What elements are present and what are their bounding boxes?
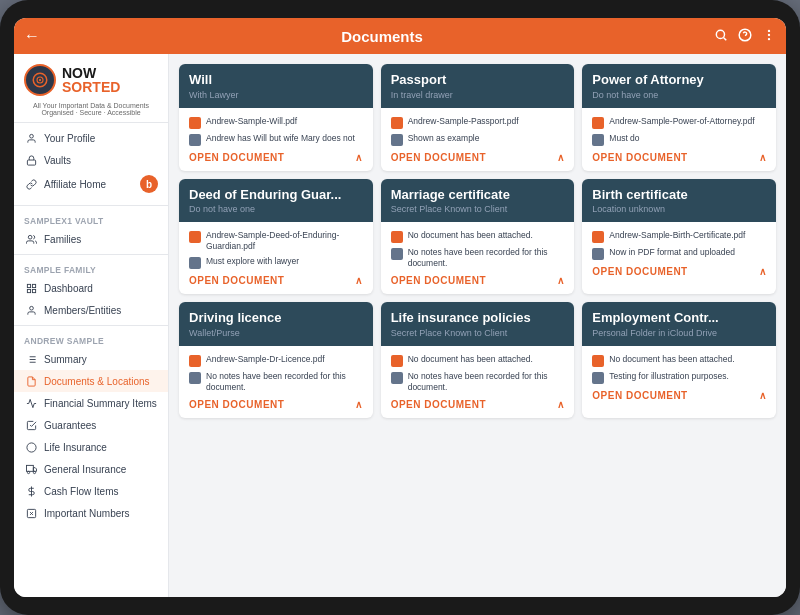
sidebar-item-guarantees[interactable]: Guarantees <box>14 414 168 436</box>
open-document-link-driving[interactable]: OPEN DOCUMENT∧ <box>189 399 363 410</box>
doc-card-subtitle-poa: Do not have one <box>592 90 766 100</box>
open-document-link-employment[interactable]: OPEN DOCUMENT∧ <box>592 390 766 401</box>
sidebar-item-label: Vaults <box>44 155 71 166</box>
sidebar-item-label: General Insurance <box>44 464 126 475</box>
svg-marker-26 <box>33 467 36 471</box>
file-name: Andrew-Sample-Birth-Certificate.pdf <box>609 230 745 241</box>
file-name: Now in PDF format and uploaded <box>609 247 735 258</box>
sidebar-item-members[interactable]: Members/Entities <box>14 299 168 321</box>
members-icon <box>24 303 38 317</box>
doc-card-header-driving: Driving licenceWallet/Purse <box>179 302 373 346</box>
logo-icon <box>24 64 56 96</box>
doc-card-subtitle-deed: Do not have one <box>189 204 363 214</box>
chevron-up-icon: ∧ <box>355 399 363 410</box>
note-icon <box>592 372 604 384</box>
sidebar-item-affiliate[interactable]: Affiliate Home b <box>14 171 168 197</box>
affiliate-icon <box>24 177 38 191</box>
sidebar-item-summary[interactable]: Summary <box>14 348 168 370</box>
open-document-label: OPEN DOCUMENT <box>189 152 284 163</box>
doc-file-row: Now in PDF format and uploaded <box>592 247 766 260</box>
open-document-label: OPEN DOCUMENT <box>391 152 486 163</box>
doc-card-title-birth: Birth certificate <box>592 187 766 203</box>
open-document-link-passport[interactable]: OPEN DOCUMENT∧ <box>391 152 565 163</box>
sidebar-item-important[interactable]: Important Numbers <box>14 502 168 524</box>
doc-card-header-passport: PassportIn travel drawer <box>381 64 575 108</box>
doc-card-subtitle-passport: In travel drawer <box>391 90 565 100</box>
doc-card-title-deed: Deed of Enduring Guar... <box>189 187 363 203</box>
help-icon[interactable] <box>738 28 752 45</box>
svg-point-12 <box>28 235 32 239</box>
doc-card-header-deed: Deed of Enduring Guar...Do not have one <box>179 179 373 223</box>
open-document-link-will[interactable]: OPEN DOCUMENT∧ <box>189 152 363 163</box>
pdf-icon <box>189 231 201 243</box>
doc-card-subtitle-will: With Lawyer <box>189 90 363 100</box>
menu-icon[interactable] <box>762 28 776 45</box>
note-icon <box>391 134 403 146</box>
open-document-link-marriage[interactable]: OPEN DOCUMENT∧ <box>391 275 565 286</box>
doc-card-subtitle-employment: Personal Folder in iCloud Drive <box>592 328 766 338</box>
svg-point-5 <box>768 33 770 35</box>
note-icon <box>391 372 403 384</box>
file-name: No document has been attached. <box>408 230 533 241</box>
doc-file-row: No document has been attached. <box>391 354 565 367</box>
doc-card-header-birth: Birth certificateLocation unknown <box>582 179 776 223</box>
svg-point-24 <box>26 442 35 451</box>
sidebar-item-families[interactable]: Families <box>14 228 168 250</box>
sidebar-item-documents[interactable]: Documents & Locations <box>14 370 168 392</box>
svg-point-6 <box>768 37 770 39</box>
doc-file-row: Testing for illustration purposes. <box>592 371 766 384</box>
svg-point-10 <box>29 134 33 138</box>
file-name: No document has been attached. <box>408 354 533 365</box>
sidebar-item-dashboard[interactable]: Dashboard <box>14 277 168 299</box>
open-document-label: OPEN DOCUMENT <box>391 275 486 286</box>
file-name: Shown as example <box>408 133 480 144</box>
sidebar-item-profile[interactable]: Your Profile <box>14 127 168 149</box>
person-group-label: Andrew Sample <box>14 330 168 348</box>
sidebar-divider-3 <box>14 325 168 326</box>
sidebar-item-vaults[interactable]: Vaults <box>14 149 168 171</box>
sidebar-item-life[interactable]: Life Insurance <box>14 436 168 458</box>
svg-rect-16 <box>27 289 30 292</box>
svg-point-0 <box>716 30 724 38</box>
sidebar-item-label: Guarantees <box>44 420 96 431</box>
summary-icon <box>24 352 38 366</box>
lock-icon <box>24 153 38 167</box>
svg-line-1 <box>724 37 727 40</box>
open-document-link-lifeins[interactable]: OPEN DOCUMENT∧ <box>391 399 565 410</box>
car-icon <box>24 462 38 476</box>
pdf-icon <box>592 355 604 367</box>
sidebar-item-cashflow[interactable]: Cash Flow Items <box>14 480 168 502</box>
svg-rect-14 <box>32 284 35 287</box>
search-icon[interactable] <box>714 28 728 45</box>
sidebar-item-label: Summary <box>44 354 87 365</box>
cashflow-icon <box>24 484 38 498</box>
dashboard-icon <box>24 281 38 295</box>
doc-card-will: WillWith LawyerAndrew-Sample-Will.pdfAnd… <box>179 64 373 171</box>
open-document-link-birth[interactable]: OPEN DOCUMENT∧ <box>592 266 766 277</box>
chevron-up-icon: ∧ <box>355 275 363 286</box>
doc-card-body-employment: No document has been attached.Testing fo… <box>582 346 776 409</box>
tablet-inner: ← Documents <box>14 18 786 597</box>
guarantees-icon <box>24 418 38 432</box>
doc-card-passport: PassportIn travel drawerAndrew-Sample-Pa… <box>381 64 575 171</box>
open-document-link-poa[interactable]: OPEN DOCUMENT∧ <box>592 152 766 163</box>
sidebar-item-label: Affiliate Home <box>44 179 106 190</box>
note-icon <box>592 248 604 260</box>
sidebar-item-label: Families <box>44 234 81 245</box>
back-button[interactable]: ← <box>24 27 40 45</box>
pdf-icon <box>592 231 604 243</box>
doc-file-row: No document has been attached. <box>391 230 565 243</box>
doc-card-body-deed: Andrew-Sample-Deed-of-Enduring-Guardian.… <box>179 222 373 294</box>
doc-card-subtitle-lifeins: Secret Place Known to Client <box>391 328 565 338</box>
doc-file-row: No notes have been recorded for this doc… <box>189 371 363 393</box>
tablet-frame: ← Documents <box>0 0 800 615</box>
sidebar-item-general-insurance[interactable]: General Insurance <box>14 458 168 480</box>
sidebar-item-financial[interactable]: Financial Summary Items <box>14 392 168 414</box>
doc-card-header-employment: Employment Contr...Personal Folder in iC… <box>582 302 776 346</box>
svg-point-4 <box>768 29 770 31</box>
top-bar: ← Documents <box>14 18 786 54</box>
note-icon <box>391 248 403 260</box>
open-document-link-deed[interactable]: OPEN DOCUMENT∧ <box>189 275 363 286</box>
chevron-up-icon: ∧ <box>759 152 767 163</box>
pdf-icon <box>189 117 201 129</box>
